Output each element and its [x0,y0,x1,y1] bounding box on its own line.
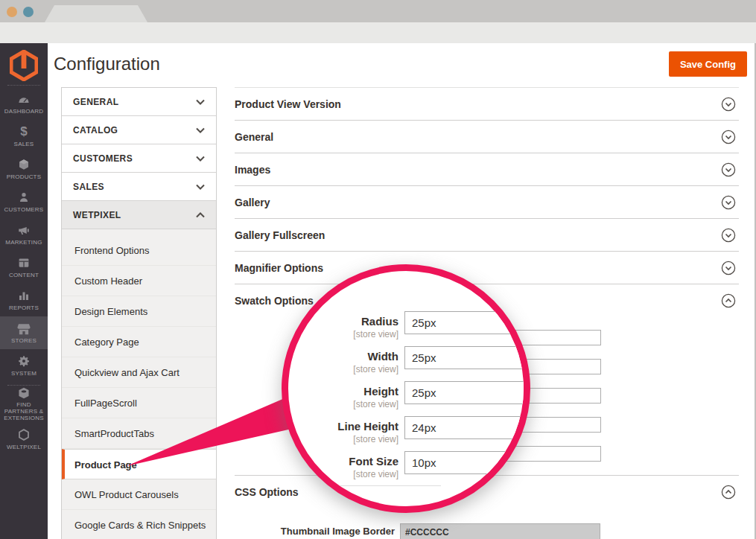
expand-chevron-icon [721,228,736,243]
browser-tab[interactable] [45,5,147,22]
magnifier-circle: Radius [store view] Width [store view] H… [282,264,530,513]
magnified-line-height-input [404,416,530,439]
magento-logo[interactable] [0,43,48,82]
accordion-magnifier-options[interactable]: Magnifier Options [235,252,739,284]
sidebar-item-find-partners[interactable]: FIND PARTNERS & EXTENSIONS [0,386,48,423]
sidebar-item-weltpixel[interactable]: WELTPIXEL [0,423,48,456]
expand-chevron-icon [721,195,736,210]
thumbnail-image-border-input[interactable] [400,523,600,539]
config-subitem-custom-header[interactable]: Custom Header [62,266,216,296]
config-section-catalog[interactable]: CATALOG [62,116,216,144]
config-section-customers[interactable]: CUSTOMERS [62,144,216,173]
chevron-down-icon [196,99,205,105]
customers-icon [18,191,30,204]
sidebar-item-products[interactable]: PRODUCTS [0,153,48,185]
admin-sidebar: DASHBOARD $ SALES PRODUCTS CUSTOMERS MAR… [0,43,48,539]
browser-tabbar [0,0,756,22]
stores-icon [16,322,31,335]
expand-chevron-icon [721,130,736,144]
page-title: Configuration [54,54,160,74]
collapse-chevron-icon [721,485,736,500]
magnified-width-input [404,346,530,369]
accordion-product-view-version[interactable]: Product View Version [235,88,739,121]
browser-toolbar [0,22,756,43]
config-subitem-category-page[interactable]: Category Page [62,327,216,357]
sidebar-item-dashboard[interactable]: DASHBOARD [0,87,48,120]
system-icon [17,354,31,368]
config-subitem-quickview[interactable]: Quickview and Ajax Cart [62,357,216,388]
config-section-general[interactable]: GENERAL [62,88,216,116]
accordion-images[interactable]: Images [235,153,739,186]
products-icon [17,158,31,171]
config-nav: GENERAL CATALOG CUSTOMERS SALES WETPIXEL… [61,87,217,539]
config-subitem-smartproducttabs[interactable]: SmartProductTabs [62,418,216,449]
config-subitem-product-page[interactable]: Product Page [62,449,216,479]
expand-chevron-icon [721,97,736,112]
config-subitem-owl-carousels[interactable]: OWL Product Carousels [62,479,216,510]
chevron-down-icon [196,156,205,162]
marketing-icon [17,223,31,237]
save-config-button[interactable]: Save Config [669,51,747,77]
sidebar-item-system[interactable]: SYSTEM [0,349,48,382]
expand-chevron-icon [721,261,736,275]
expand-chevron-icon [721,162,736,177]
accordion-gallery[interactable]: Gallery [235,186,739,219]
weltpixel-icon [17,428,31,441]
sidebar-item-content[interactable]: CONTENT [0,251,48,284]
magnified-height-input [404,381,530,404]
config-subitem-design-elements[interactable]: Design Elements [62,296,216,327]
content-icon [17,256,31,270]
sidebar-item-reports[interactable]: REPORTS [0,284,48,316]
config-section-wetpixel[interactable]: WETPIXEL [62,201,216,229]
accordion-general[interactable]: General [235,121,739,153]
sidebar-item-marketing[interactable]: MARKETING [0,218,48,251]
config-subitem-frontend-options[interactable]: Frontend Options [62,235,216,266]
reports-icon [17,289,31,302]
sidebar-item-customers[interactable]: CUSTOMERS [0,185,48,218]
config-section-sales[interactable]: SALES [62,173,216,201]
dashboard-icon [16,92,31,106]
accordion-gallery-fullscreen[interactable]: Gallery Fullscreen [235,219,739,252]
css-options-fields: Thumbnail Image Border [store view] [235,508,739,539]
config-subitem-fullpagescroll[interactable]: FullPageScroll [62,388,216,418]
config-subitem-google-cards[interactable]: Google Cards & Rich Snippets [62,510,216,539]
sales-icon: $ [20,125,27,138]
window-button-icon[interactable] [7,7,17,17]
sidebar-item-sales[interactable]: $ SALES [0,120,48,153]
chevron-up-icon [196,212,205,218]
chevron-down-icon [196,184,205,190]
chevron-down-icon [196,127,205,133]
window-button-icon[interactable] [23,7,34,17]
find-partners-icon [17,387,31,399]
page-header: Configuration Save Config [48,43,756,86]
collapse-chevron-icon [721,293,736,308]
sidebar-divider [7,85,40,86]
sidebar-item-stores[interactable]: STORES [0,316,48,349]
